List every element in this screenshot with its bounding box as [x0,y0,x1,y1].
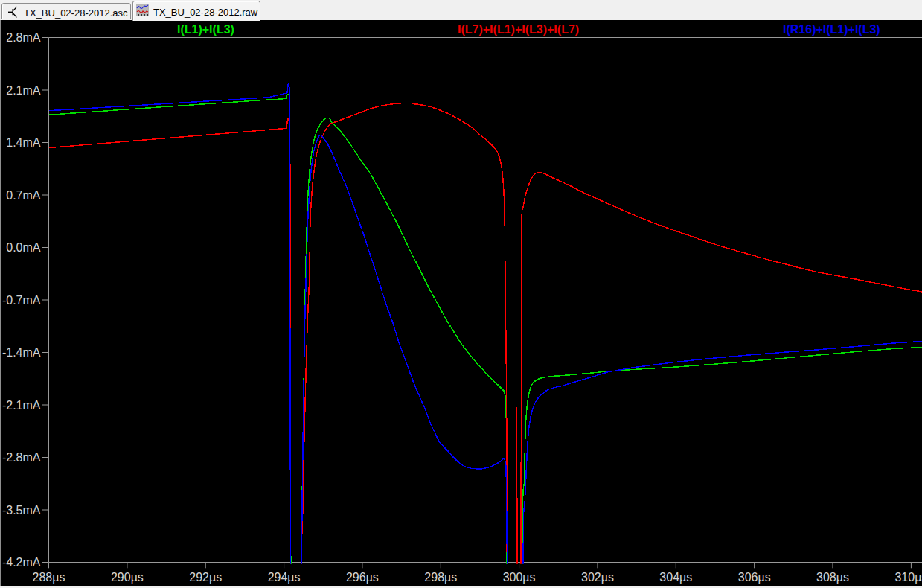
svg-text:290µs: 290µs [111,571,144,584]
svg-text:288µs: 288µs [33,571,65,584]
svg-text:I(L7)+I(L1)+I(L3)+I(L7): I(L7)+I(L1)+I(L3)+I(L7) [458,23,579,36]
svg-text:0.7mA: 0.7mA [6,189,41,202]
svg-text:-4.2mA: -4.2mA [2,556,41,569]
svg-text:302µs: 302µs [581,571,614,584]
svg-text:306µs: 306µs [738,571,771,584]
svg-text:-3.5mA: -3.5mA [2,504,41,517]
svg-text:-2.1mA: -2.1mA [2,399,41,412]
svg-text:0.0mA: 0.0mA [6,241,41,254]
svg-text:292µs: 292µs [189,571,222,584]
svg-text:I(L1)+I(L3): I(L1)+I(L3) [177,23,234,36]
svg-text:-2.8mA: -2.8mA [2,451,41,464]
svg-text:I(R16)+I(L1)+I(L3): I(R16)+I(L1)+I(L3) [783,23,880,36]
svg-text:298µs: 298µs [424,571,457,584]
svg-text:304µs: 304µs [659,571,692,584]
svg-text:-1.4mA: -1.4mA [2,346,41,359]
svg-text:2.1mA: 2.1mA [6,84,41,97]
svg-text:300µs: 300µs [503,571,536,584]
svg-text:296µs: 296µs [346,571,379,584]
svg-text:308µs: 308µs [816,571,849,584]
svg-text:2.8mA: 2.8mA [6,31,41,44]
svg-text:1.4mA: 1.4mA [6,136,41,149]
svg-text:-0.7mA: -0.7mA [2,294,41,307]
svg-text:310µs: 310µs [894,571,922,584]
svg-text:294µs: 294µs [268,571,301,584]
